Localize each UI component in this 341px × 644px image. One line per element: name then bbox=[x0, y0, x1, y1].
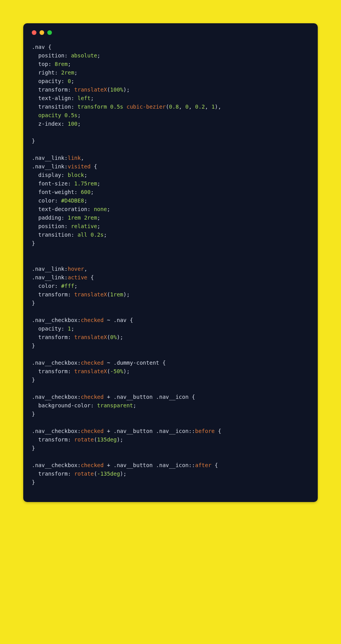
code-token: 600 bbox=[81, 189, 90, 195]
code-token: } bbox=[32, 411, 35, 417]
code-token: checked bbox=[81, 317, 103, 323]
code-token: 0.2s bbox=[91, 232, 104, 238]
code-token: background-color: bbox=[32, 402, 97, 409]
code-token: transparent bbox=[97, 402, 133, 409]
code-token: visited bbox=[68, 163, 91, 170]
code-token: transform: bbox=[32, 291, 74, 298]
code-token: 0.5s bbox=[110, 104, 123, 110]
code-token: } bbox=[32, 445, 35, 451]
zoom-icon[interactable] bbox=[47, 30, 52, 35]
code-token: 1rem bbox=[110, 291, 123, 298]
code-token: ~ .nav { bbox=[103, 317, 133, 323]
code-token: link bbox=[68, 155, 81, 161]
code-token: absolute bbox=[71, 52, 97, 59]
code-token: checked bbox=[81, 462, 103, 468]
code-token: .nav__checkbox: bbox=[32, 360, 81, 366]
code-token: position: bbox=[32, 52, 71, 59]
code-token: left bbox=[78, 95, 91, 101]
code-token: + .nav__button .nav__icon:: bbox=[103, 462, 195, 468]
code-token: opacity: bbox=[32, 325, 68, 332]
code-token: ); bbox=[123, 291, 130, 298]
code-token: ; bbox=[84, 172, 87, 178]
code-token: 0% bbox=[110, 334, 117, 340]
code-token: ; bbox=[97, 215, 100, 221]
code-token: after bbox=[195, 462, 211, 468]
code-token bbox=[87, 232, 90, 238]
code-token: top: bbox=[32, 61, 55, 67]
code-token: , bbox=[81, 155, 84, 161]
code-token: rotate bbox=[74, 471, 94, 477]
code-token: hover bbox=[68, 266, 84, 272]
code-token: ; bbox=[107, 206, 110, 212]
code-token: ); bbox=[123, 368, 130, 374]
minimize-icon[interactable] bbox=[40, 30, 44, 35]
code-token: #fff bbox=[61, 283, 74, 289]
code-token: ); bbox=[120, 471, 127, 477]
code-token: 0 bbox=[185, 104, 188, 110]
code-token bbox=[81, 215, 84, 221]
code-token: translateX bbox=[74, 334, 107, 340]
code-token: .nav__link: bbox=[32, 266, 68, 272]
code-token: opacity: bbox=[32, 78, 68, 84]
code-token: ; bbox=[103, 232, 107, 238]
code-token: relative bbox=[71, 223, 97, 229]
code-token: 100% bbox=[110, 87, 123, 93]
code-token: -135deg bbox=[97, 471, 120, 477]
code-token: font-size: bbox=[32, 180, 74, 187]
code-token: transform: bbox=[32, 334, 74, 340]
code-token: ; bbox=[91, 189, 94, 195]
code-token: #D4DBE8 bbox=[61, 197, 84, 204]
code-token: opacity bbox=[38, 112, 61, 118]
code-token: ( bbox=[94, 436, 97, 443]
code-token: { bbox=[215, 428, 221, 434]
code-token: 0.5s bbox=[64, 112, 78, 118]
code-token: -50% bbox=[110, 368, 123, 374]
code-token: } bbox=[32, 343, 35, 349]
code-token: } bbox=[32, 240, 35, 246]
code-token: z-index: bbox=[32, 121, 68, 127]
code-token: transform: bbox=[32, 368, 74, 374]
code-token: ; bbox=[68, 61, 71, 67]
code-token: ; bbox=[74, 69, 78, 76]
code-token: right: bbox=[32, 69, 61, 76]
code-token: ; bbox=[78, 112, 81, 118]
code-token: ; bbox=[91, 95, 94, 101]
code-token: all bbox=[78, 232, 87, 238]
code-token: , bbox=[84, 266, 87, 272]
code-token: transform: bbox=[32, 436, 74, 443]
code-token: .nav { bbox=[32, 44, 52, 50]
code-token: 100 bbox=[68, 121, 78, 127]
code-token: transition: bbox=[32, 232, 78, 238]
code-token: + .nav__button .nav__icon:: bbox=[103, 428, 195, 434]
code-token: checked bbox=[81, 428, 103, 434]
code-token: ; bbox=[74, 283, 78, 289]
code-token: } bbox=[32, 300, 35, 306]
code-token: ; bbox=[71, 325, 74, 332]
code-token: 0.8 bbox=[169, 104, 179, 110]
code-token: , bbox=[205, 104, 212, 110]
close-icon[interactable] bbox=[32, 30, 36, 35]
code-token: text-decoration: bbox=[32, 206, 94, 212]
code-token: padding: bbox=[32, 215, 68, 221]
code-token: none bbox=[94, 206, 107, 212]
code-token: 2rem bbox=[61, 69, 74, 76]
code-token: } bbox=[32, 377, 35, 383]
code-token: ), bbox=[215, 104, 221, 110]
code-token: transition: bbox=[32, 104, 78, 110]
code-token: 0.2 bbox=[195, 104, 205, 110]
code-token: 2rem bbox=[84, 215, 97, 221]
code-token: ); bbox=[123, 87, 130, 93]
code-token: active bbox=[68, 274, 88, 280]
code-token: } bbox=[32, 479, 35, 485]
code-token: .nav__link: bbox=[32, 163, 68, 170]
code-token: .nav__link: bbox=[32, 274, 68, 280]
code-token: block bbox=[68, 172, 84, 178]
code-token: .nav__checkbox: bbox=[32, 317, 81, 323]
code-token: ; bbox=[84, 197, 87, 204]
code-token: checked bbox=[81, 360, 103, 366]
code-token: 1 bbox=[68, 325, 71, 332]
code-token: 135deg bbox=[97, 436, 117, 443]
code-token: { bbox=[91, 163, 97, 170]
code-token: transform: bbox=[32, 87, 74, 93]
code-token: ); bbox=[117, 334, 123, 340]
